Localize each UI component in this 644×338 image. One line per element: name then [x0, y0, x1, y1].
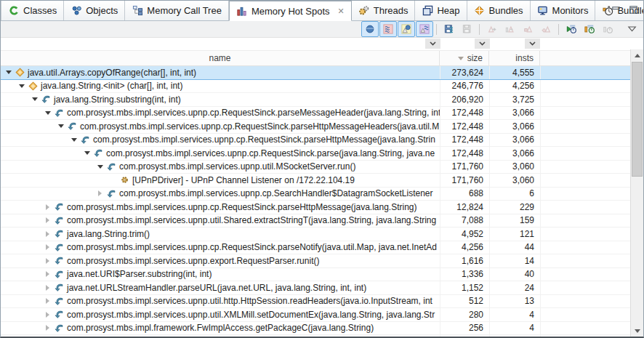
expand-arrow-icon[interactable]: [43, 241, 52, 254]
save-snapshot-disabled-icon[interactable]: [459, 21, 476, 37]
expand-arrow-icon[interactable]: [43, 335, 52, 338]
tab-heap[interactable]: Heap: [415, 1, 467, 20]
objects-icon: [71, 5, 82, 17]
show-in-call-tree-icon[interactable]: [483, 21, 501, 37]
tab-threads[interactable]: Threads: [352, 1, 416, 20]
scrollbar-thumb[interactable]: [632, 62, 643, 177]
hotspot-icon: [28, 81, 38, 91]
tree-row[interactable]: java.net.URL.<init>(java.net.URL, java.l…: [1, 335, 643, 338]
row-filler: [540, 147, 643, 160]
tab-monitors[interactable]: Monitors: [531, 1, 596, 20]
method-icon: [54, 229, 64, 239]
tree-row[interactable]: java.net.URLStreamHandler.parseURL(java.…: [1, 281, 643, 295]
reset-measurement-icon[interactable]: [599, 21, 616, 37]
collapse-arrow-icon[interactable]: [4, 66, 13, 79]
expand-arrow-icon[interactable]: [43, 308, 52, 321]
weak-references-toggle-icon[interactable]: [379, 21, 397, 37]
size-cell: 1,152: [440, 281, 489, 294]
expand-arrow-icon[interactable]: [43, 201, 52, 214]
insts-cell: 3,066: [489, 120, 540, 133]
expand-arrow-icon[interactable]: [43, 295, 52, 308]
tree-row[interactable]: com.prosyst.mbs.impl.services.upnp.util.…: [1, 308, 643, 322]
show-in-bundles-icon[interactable]: [538, 21, 555, 37]
tree-row[interactable]: com.prosyst.mbs.impl.services.upnp.cp.Se…: [1, 188, 643, 201]
mark-measurement-icon[interactable]: [581, 21, 598, 37]
insts-filter-dropdown[interactable]: [525, 39, 540, 49]
column-header-size[interactable]: size: [440, 51, 489, 65]
tree-row[interactable]: java.lang.String.trim()4,952121: [1, 228, 643, 241]
tab-bundles[interactable]: Bundles: [467, 1, 531, 20]
size-cell: 12,824: [440, 201, 489, 214]
collapse-arrow-icon[interactable]: [69, 134, 79, 147]
expand-arrow-icon[interactable]: [95, 188, 105, 201]
tree-row[interactable]: com.prosyst.mbs.impl.services.upnp.util.…: [1, 214, 643, 228]
column-header-insts[interactable]: insts: [489, 51, 540, 65]
collapse-arrow-icon[interactable]: [43, 107, 52, 120]
tree-row[interactable]: java.lang.String.substring(int, int)206,…: [1, 93, 643, 107]
tab-classes[interactable]: Classes: [1, 1, 64, 20]
collapse-arrow-icon[interactable]: [30, 93, 39, 106]
soft-references-toggle-icon[interactable]: [398, 21, 415, 37]
tree-row[interactable]: com.prosyst.mbs.impl.services.upnp.cp.Re…: [1, 241, 643, 255]
insts-cell: 3,060: [489, 161, 540, 174]
collapse-arrow-icon[interactable]: [82, 147, 92, 160]
method-name: com.prosyst.mbs.impl.services.upnp.cp.Se…: [119, 188, 433, 198]
expand-arrow-icon[interactable]: [43, 281, 52, 294]
expand-arrow-icon[interactable]: [43, 214, 52, 228]
tree-row[interactable]: com.prosyst.mbs.impl.services.upnp.cp.Re…: [1, 134, 643, 148]
tree-row[interactable]: com.prosyst.mbs.impl.services.upnp.util.…: [1, 161, 643, 174]
expand-arrow-icon[interactable]: [43, 322, 52, 335]
bundles-icon: [474, 5, 486, 17]
scroll-down-button[interactable]: [631, 325, 643, 337]
tree-row[interactable]: java.lang.String.<init> (char[], int, in…: [1, 80, 643, 94]
tree-row[interactable]: com.prosyst.mbs.impl.services.upnp.cp.Re…: [1, 107, 643, 121]
expand-arrow-icon[interactable]: [43, 228, 52, 241]
tree-row[interactable]: com.prosyst.mbs.impl.services.upnp.expor…: [1, 254, 643, 268]
phantom-references-toggle-icon[interactable]: [416, 21, 433, 37]
tab-label: Monitors: [552, 5, 589, 16]
name-cell: com.prosyst.mbs.impl.services.upnp.cp.Re…: [1, 147, 440, 160]
save-snapshot-icon[interactable]: [440, 21, 458, 37]
tree-row[interactable]: com.prosyst.mbs.impl.services.upnp.cp.Re…: [1, 120, 643, 134]
view-menu-icon[interactable]: [625, 21, 640, 37]
collapse-arrow-icon[interactable]: [56, 120, 65, 133]
size-filter-dropdown[interactable]: [475, 39, 490, 49]
tree-row[interactable]: com.prosyst.mbs.impl.services.upnp.util.…: [1, 295, 643, 309]
toolbar-separator: [436, 24, 437, 35]
tab-objects[interactable]: Objects: [64, 1, 125, 20]
size-cell: 172,448: [440, 107, 489, 120]
method-icon: [41, 94, 51, 105]
start-measurement-icon[interactable]: [563, 21, 580, 37]
row-filler: [540, 281, 643, 294]
tree-row[interactable]: com.prosyst.mbs.impl.services.upnp.cp.Re…: [1, 147, 643, 161]
close-tab-icon[interactable]: ✕: [338, 7, 345, 15]
tab-memory-hot-spots[interactable]: Memory Hot Spots✕: [229, 1, 352, 21]
show-in-classes-icon[interactable]: [502, 21, 519, 37]
tree-row[interactable]: com.prosyst.mbs.impl.services.upnp.cp.Re…: [1, 201, 643, 214]
name-filter-dropdown[interactable]: [425, 39, 440, 49]
tree-row[interactable]: java.util.Arrays.copyOfRange(char[], int…: [1, 66, 643, 80]
collapse-arrow-icon[interactable]: [17, 80, 26, 93]
method-icon: [106, 188, 116, 198]
expand-arrow-icon[interactable]: [43, 254, 52, 267]
size-cell: 120: [440, 335, 489, 338]
expand-arrow-icon[interactable]: [43, 268, 52, 281]
scroll-up-button[interactable]: [631, 49, 643, 61]
tab-memory-call-tree[interactable]: Memory Call Tree: [125, 1, 229, 20]
vertical-scrollbar[interactable]: [630, 49, 643, 337]
insts-cell: 4,555: [489, 66, 540, 79]
tree-row[interactable]: com.prosyst.mbs.impl.framework.FwImplAcc…: [1, 322, 643, 336]
row-filler: [540, 107, 643, 120]
maximize-view-icon[interactable]: [627, 4, 639, 15]
size-cell: 4,952: [440, 228, 489, 241]
size-cell: 171,760: [440, 161, 489, 174]
strong-references-toggle-icon[interactable]: [361, 21, 379, 37]
show-in-objects-icon[interactable]: [520, 21, 537, 37]
tree-row[interactable]: java.net.URI$Parser.substring(int, int)1…: [1, 268, 643, 282]
minimize-view-icon[interactable]: [610, 4, 621, 15]
collapse-arrow-icon[interactable]: [95, 161, 105, 174]
insts-cell: 3,725: [489, 93, 540, 106]
column-header-name[interactable]: name: [1, 51, 440, 65]
size-cell: 273,624: [440, 66, 489, 79]
tree-row[interactable]: [UPnPDriver] - UPnP Channel Listener on …: [1, 174, 643, 188]
